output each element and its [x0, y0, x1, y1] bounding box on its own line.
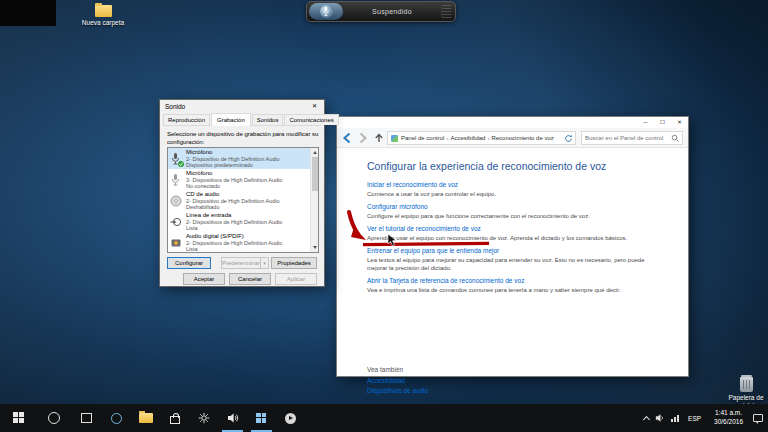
network-icon: [671, 415, 679, 422]
control-panel-window[interactable]: ─ ☐ ✕ Panel de control › Accesibilidad ›…: [336, 116, 689, 377]
widget-grip[interactable]: [441, 5, 451, 18]
cp-navbar: Panel de control › Accesibilidad › Recon…: [337, 128, 688, 148]
task-desc: Aprenda a usar el equipo con reconocimie…: [367, 234, 663, 242]
apply-button[interactable]: Aplicar: [275, 273, 317, 285]
forward-button[interactable]: [357, 132, 369, 144]
taskbar-app-settings[interactable]: [189, 404, 218, 432]
taskbar-app-media-player[interactable]: [276, 404, 305, 432]
ok-button[interactable]: Aceptar: [183, 273, 225, 285]
tray-network[interactable]: [668, 404, 682, 432]
tab-playback[interactable]: Reproducción: [163, 114, 210, 125]
task-link-start-speech-recognition[interactable]: Iniciar el reconocimiento de voz: [367, 181, 458, 189]
close-button[interactable]: ✕: [671, 117, 688, 128]
set-default-label: Predeterminar: [222, 258, 260, 268]
device-row-microphone-2[interactable]: Micrófono 3- Dispositivos de High Defini…: [168, 169, 318, 190]
default-device-check-icon: [178, 161, 184, 167]
tab-strip: Reproducción Grabación Sonidos Comunicac…: [163, 113, 321, 126]
taskbar-app-control-panel[interactable]: [247, 404, 276, 432]
desktop: Nueva carpeta Suspendido ─ ☐ ✕ Panel de: [0, 0, 768, 432]
device-list: Micrófono 2- Dispositivo de High Definit…: [167, 147, 319, 253]
language-indicator[interactable]: ESP: [682, 404, 707, 432]
edge-icon: [111, 413, 122, 424]
device-name: Micrófono: [186, 149, 288, 156]
action-center-button[interactable]: [750, 404, 766, 432]
task-link-set-up-microphone[interactable]: Configurar micrófono: [367, 203, 428, 211]
tab-recording[interactable]: Grabación: [211, 113, 251, 126]
minimize-button[interactable]: ─: [637, 117, 654, 128]
cortana-search-button[interactable]: [38, 404, 70, 432]
task-desc: Comience a usar la voz para controlar el…: [367, 190, 663, 198]
dialog-buttons-row: Aceptar Cancelar Aplicar: [183, 273, 317, 285]
scroll-thumb[interactable]: [312, 157, 318, 191]
tray-volume[interactable]: [652, 404, 668, 432]
configure-button[interactable]: Configurar: [167, 257, 211, 269]
device-detail: 2- Dispositivo de High Definition Audio: [186, 156, 280, 162]
task-desc: Configure el equipo para que funcione co…: [367, 212, 663, 220]
properties-button[interactable]: Propiedades: [271, 257, 317, 269]
see-also-link-audio-devices[interactable]: Dispositivos de audio: [367, 387, 428, 394]
device-row-line-in[interactable]: Línea de entrada 2- Dispositivos de High…: [168, 211, 318, 232]
speech-recognition-widget[interactable]: Suspendido: [306, 1, 456, 22]
scrollbar[interactable]: [310, 148, 318, 252]
close-icon[interactable]: ✕: [306, 101, 323, 112]
chevron-up-icon: [643, 415, 650, 422]
back-button[interactable]: [341, 132, 353, 144]
breadcrumb-item[interactable]: Accesibilidad: [450, 135, 485, 141]
task-link-reference-card[interactable]: Abrir la Tarjeta de referencia de recono…: [367, 277, 524, 285]
media-player-icon: [285, 413, 296, 424]
taskbar: ESP 1:41 a.m. 30/6/2016: [0, 404, 768, 432]
folder-icon: [95, 5, 112, 17]
device-buttons-row: Configurar Predeterminar ▾ Propiedades: [167, 257, 317, 269]
breadcrumb-item[interactable]: Panel de control: [401, 135, 444, 141]
control-panel-icon: [256, 413, 267, 424]
taskbar-app-store[interactable]: [160, 404, 189, 432]
device-row-microphone-default[interactable]: Micrófono 2- Dispositivo de High Definit…: [168, 148, 318, 169]
task-view-button[interactable]: [70, 404, 102, 432]
device-status: No conectado: [186, 183, 282, 189]
task-link-train-computer[interactable]: Entrenar el equipo para que le entienda …: [367, 247, 499, 255]
task-item: Abrir la Tarjeta de referencia de recono…: [367, 277, 668, 294]
breadcrumb-item[interactable]: Reconocimiento de voz: [491, 135, 553, 141]
device-detail: 2- Dispositivo de High Definition Audio: [186, 198, 280, 204]
taskbar-app-sound[interactable]: [218, 404, 247, 432]
set-default-button[interactable]: Predeterminar ▾: [221, 257, 269, 269]
start-button[interactable]: [0, 404, 38, 432]
scroll-up-icon[interactable]: [311, 148, 319, 156]
microphone-button[interactable]: [309, 3, 343, 20]
taskbar-app-file-explorer[interactable]: [131, 404, 160, 432]
device-row-spdif[interactable]: Audio digital (S/PDIF) 2- Dispositivos d…: [168, 232, 318, 253]
see-also-link-accessibility[interactable]: Accesibilidad: [367, 377, 405, 384]
dialog-titlebar[interactable]: Sonido ✕: [160, 100, 324, 113]
refresh-icon[interactable]: [564, 134, 573, 143]
desktop-icon-new-folder[interactable]: Nueva carpeta: [80, 5, 126, 27]
cortana-icon: [48, 412, 60, 424]
chevron-down-icon[interactable]: ▾: [260, 258, 268, 268]
recycle-bin-icon: [740, 377, 753, 392]
device-detail: 2- Dispositivos de High Definition Audio: [186, 240, 282, 246]
taskbar-app-edge[interactable]: [102, 404, 131, 432]
address-bar[interactable]: Panel de control › Accesibilidad › Recon…: [387, 131, 576, 145]
cp-titlebar[interactable]: ─ ☐ ✕: [337, 117, 688, 128]
search-icon[interactable]: [671, 134, 680, 143]
search-box[interactable]: [581, 131, 683, 145]
corner-overlay: [0, 0, 56, 26]
line-in-icon: [170, 215, 183, 229]
device-detail: 3- Dispositivos de High Definition Audio: [186, 177, 282, 183]
scroll-down-icon[interactable]: [311, 244, 319, 252]
task-link-speech-tutorial[interactable]: Ver el tutorial de reconocimiento de voz: [367, 225, 481, 233]
tray-expand-button[interactable]: [641, 404, 652, 432]
maximize-button[interactable]: ☐: [654, 117, 671, 128]
page-title: Configurar la experiencia de reconocimie…: [367, 160, 668, 172]
cancel-button[interactable]: Cancelar: [229, 273, 271, 285]
clock[interactable]: 1:41 a.m. 30/6/2016: [707, 404, 750, 432]
device-row-cd-audio[interactable]: CD de audio 2- Dispositivo de High Defin…: [168, 190, 318, 211]
spdif-icon: [170, 236, 183, 250]
search-input[interactable]: [582, 135, 671, 141]
tab-sounds[interactable]: Sonidos: [252, 114, 284, 125]
microphone-icon: [320, 5, 333, 18]
system-tray: ESP 1:41 a.m. 30/6/2016: [641, 404, 768, 432]
up-button[interactable]: [373, 132, 385, 144]
speaker-icon: [655, 413, 665, 423]
tab-communications[interactable]: Comunicaciones: [284, 114, 338, 125]
sound-dialog[interactable]: Sonido ✕ Reproducción Grabación Sonidos …: [159, 99, 325, 287]
